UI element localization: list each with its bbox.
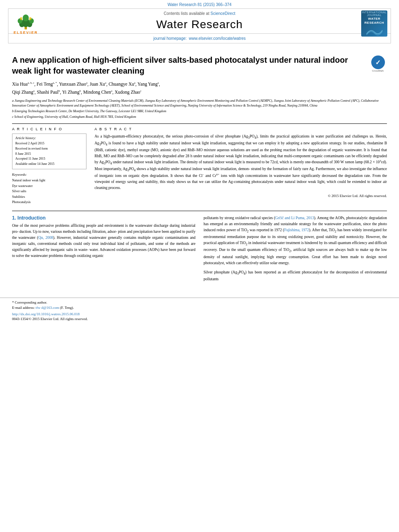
ref-grcic-2013[interactable]: Grčič and Li Puma, 2013 (275, 216, 314, 220)
main-content: A new application of high-efficient silv… (0, 43, 399, 286)
top-divider (12, 123, 387, 124)
elsevier-tree-icon (16, 14, 36, 30)
svg-point-8 (29, 17, 32, 20)
article-info-column: A R T I C L E I N F O Article history: R… (12, 127, 86, 205)
crossmark-icon: ✓ (371, 55, 385, 69)
section-1-heading: 1. Introduction (12, 215, 195, 221)
body-col-left: 1. Introduction One of the most pervasiv… (12, 215, 195, 286)
affil-c: c School of Engineering, University of H… (12, 115, 387, 119)
email-label: E-mail address: (12, 306, 35, 310)
homepage-url[interactable]: www.elsevier.com/locate/watres (189, 36, 246, 41)
elsevier-logo: ELSEVIER (12, 12, 40, 36)
article-info-title: A R T I C L E I N F O (12, 127, 86, 131)
intro-para-1: One of the most pervasive problems affli… (12, 223, 195, 259)
svg-point-7 (20, 17, 23, 20)
affil-b: b Emerging Technologies Research Centre,… (12, 109, 387, 114)
email-address[interactable]: tfw d@163.com (35, 306, 59, 310)
available-date: Available online 14 June 2015 (15, 162, 83, 167)
received-date: Received 2 April 2015 (15, 141, 83, 146)
journal-header: ELSEVIER Contents lists available at Sci… (8, 8, 391, 43)
revised-date: 8 June 2015 (15, 152, 83, 157)
email-name: (F. Teng). (60, 306, 74, 310)
crossmark-label: CrossMark (372, 70, 384, 72)
body-content: 1. Introduction One of the most pervasiv… (12, 215, 387, 286)
title-area: A new application of high-efficient silv… (12, 55, 387, 76)
affil-a: a Jiangsu Engineering and Technology Res… (12, 99, 387, 108)
paper-title: A new application of high-efficient silv… (12, 55, 387, 76)
email-line: E-mail address: tfw d@163.com (F. Teng). (12, 306, 387, 310)
intro-para-2: pollutants by strong oxidative radical s… (204, 215, 387, 266)
authors-line: Xia Huaa, b, c, Fei Tenga, *, Yunxuan Zh… (12, 80, 387, 96)
wr-badge: INTERNATIONAL JOURNAL WATERRESEARCH (361, 10, 387, 37)
ref-fujishima-1972[interactable]: Fujishima, 1972 (284, 228, 309, 232)
affiliations: a Jiangsu Engineering and Technology Res… (12, 99, 387, 119)
copyright-text: © 2015 Elsevier Ltd. All rights reserved… (95, 194, 387, 198)
intro-para-3: Silver phosphate (Ag3PO4) has been repor… (204, 269, 387, 282)
journal-title: Water Research (156, 16, 243, 33)
keyword-3: Silver salts (12, 189, 86, 194)
corresponding-author-label: * Corresponding author. (12, 300, 387, 304)
homepage-label: journal homepage: (153, 36, 187, 41)
footer: * Corresponding author. E-mail address: … (0, 298, 399, 321)
wr-badge-wave-icon (366, 26, 383, 36)
homepage-line: journal homepage: www.elsevier.com/locat… (153, 35, 246, 43)
body-col-right: pollutants by strong oxidative radical s… (204, 215, 387, 286)
abstract-column: A B S T R A C T As a high-quantum-effici… (95, 127, 387, 205)
header-divider (8, 33, 391, 34)
article-history-box: Article history: Received 2 April 2015 R… (12, 134, 86, 169)
keywords-title: Keywords: (12, 173, 86, 177)
doi-line[interactable]: http://dx.doi.org/10.1016/j.watres.2015.… (12, 312, 387, 316)
keyword-5: Photocatalysis (12, 199, 86, 205)
wr-badge-title: WATERRESEARCH (364, 17, 384, 25)
body-divider (12, 211, 387, 211)
wr-badge-subtitle: INTERNATIONAL JOURNAL (361, 11, 387, 16)
article-info-abstract: A R T I C L E I N F O Article history: R… (12, 127, 387, 205)
received-revised-label: Received in revised form (15, 146, 83, 152)
keyword-2: Dye wastewater (12, 183, 86, 189)
crossmark-badge: ✓ CrossMark (369, 55, 387, 73)
abstract-title: A B S T R A C T (95, 127, 387, 131)
ref-qu-2008[interactable]: Qu, 2008 (38, 236, 53, 240)
journal-citation: Water Research 81 (2015) 366–374 (0, 0, 399, 8)
elsevier-text: ELSEVIER (14, 31, 38, 35)
keyword-1: Natural indoor weak light (12, 178, 86, 183)
history-title: Article history: (15, 136, 83, 140)
svg-point-6 (23, 14, 29, 21)
keyword-4: Stabilities (12, 194, 86, 200)
abstract-text: As a high-quantum-efficiency photocataly… (95, 134, 387, 191)
accepted-date: Accepted 11 June 2015 (15, 156, 83, 162)
rights-line: 0043-1354/© 2015 Elsevier Ltd. All right… (12, 317, 387, 321)
sciencedirect-text: Contents lists available at ScienceDirec… (8, 9, 391, 16)
